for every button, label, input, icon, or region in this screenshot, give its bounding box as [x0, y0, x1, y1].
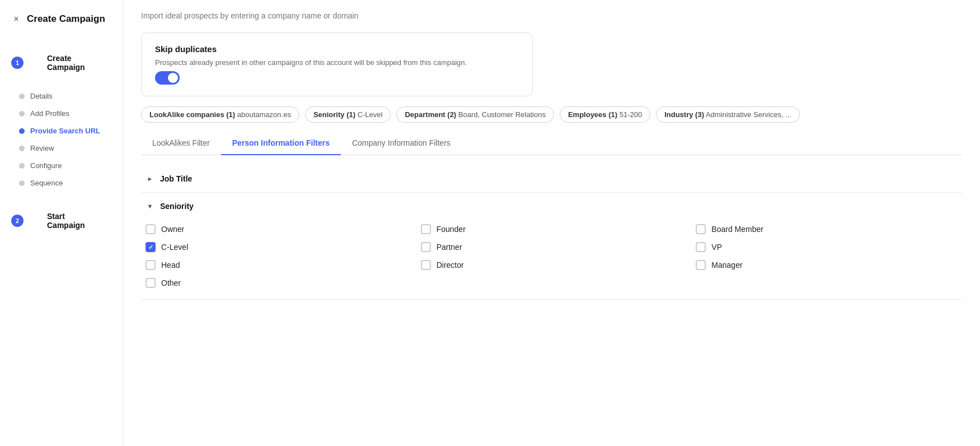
checkbox-item-c-level[interactable]: C-Level [146, 242, 407, 252]
chip-industry[interactable]: Industry (3) Administrative Services, ..… [656, 106, 800, 123]
sidebar-item-review[interactable]: Review [11, 140, 123, 157]
chip-employees-val: 51-200 [620, 110, 642, 119]
main-content: Import ideal prospects by entering a com… [123, 0, 980, 446]
checkbox-item-director[interactable]: Director [421, 260, 683, 270]
tab-person-information-filters[interactable]: Person Information Filters [221, 133, 341, 155]
chip-seniority[interactable]: Seniority (1) C-Level [305, 106, 391, 123]
step-dot-review [19, 146, 25, 151]
chip-employees-key: Employees (1) [568, 110, 617, 119]
sidebar-item-provide-search-url[interactable]: Provide Search URL [11, 122, 123, 140]
sidebar-item-label-provide-search-url: Provide Search URL [30, 127, 100, 135]
checkbox-label-head: Head [161, 261, 180, 270]
checkbox-manager[interactable] [696, 260, 706, 270]
sidebar-item-sequence[interactable]: Sequence [11, 174, 123, 192]
sidebar: × Create Campaign 1 Create Campaign Deta… [0, 0, 123, 446]
checkbox-founder[interactable] [421, 224, 431, 234]
accordion-seniority: ▼ Seniority Owner Founder Board Member [141, 193, 962, 300]
checkbox-label-other: Other [161, 278, 181, 287]
checkbox-board-member[interactable] [696, 224, 706, 234]
checkbox-head[interactable] [146, 260, 156, 270]
chip-industry-key: Industry (3) [664, 110, 704, 119]
sidebar-item-configure[interactable]: Configure [11, 157, 123, 174]
checkbox-c-level[interactable] [146, 242, 156, 252]
checkbox-label-manager: Manager [711, 261, 742, 270]
filter-tabs: LookAlikes Filter Person Information Fil… [141, 133, 962, 155]
checkbox-label-owner: Owner [161, 225, 184, 234]
checkbox-label-board-member: Board Member [711, 225, 763, 234]
step-dot-configure [19, 163, 25, 169]
checkbox-owner[interactable] [146, 224, 156, 234]
skip-duplicates-card: Skip duplicates Prospects already presen… [141, 32, 533, 96]
checkbox-partner[interactable] [421, 242, 431, 252]
chevron-down-icon: ▼ [146, 202, 154, 211]
step-2-label: Start Campaign [29, 201, 123, 241]
checkbox-other[interactable] [146, 278, 156, 288]
checkbox-director[interactable] [421, 260, 431, 270]
checkbox-item-manager[interactable]: Manager [696, 260, 958, 270]
checkbox-item-vp[interactable]: VP [696, 242, 958, 252]
sidebar-steps: 1 Create Campaign Details Add Profiles P… [0, 38, 123, 245]
step-dot-provide-search-url [19, 128, 25, 134]
sidebar-item-label-configure: Configure [30, 161, 62, 170]
accordion-job-title: ► Job Title [141, 165, 962, 193]
chevron-right-icon: ► [146, 174, 154, 183]
checkbox-label-vp: VP [711, 243, 722, 252]
sidebar-item-label-review: Review [30, 144, 54, 152]
accordion-job-title-label: Job Title [160, 174, 192, 183]
accordion-seniority-label: Seniority [160, 202, 194, 211]
chip-industry-val: Administrative Services, ... [706, 110, 791, 119]
checkbox-label-founder: Founder [437, 225, 466, 234]
checkbox-label-director: Director [437, 261, 464, 270]
skip-duplicates-description: Prospects already present in other campa… [155, 58, 519, 67]
chip-department-val: Board, Customer Relations [458, 110, 546, 119]
main-subtitle: Import ideal prospects by entering a com… [141, 11, 962, 20]
skip-duplicates-toggle[interactable] [155, 71, 180, 85]
chip-seniority-key: Seniority (1) [313, 110, 355, 119]
sidebar-item-label-add-profiles: Add Profiles [30, 109, 69, 118]
sidebar-item-label-sequence: Sequence [30, 179, 63, 187]
step-1-number: 1 [11, 57, 24, 69]
checkbox-vp[interactable] [696, 242, 706, 252]
checkbox-item-owner[interactable]: Owner [146, 224, 407, 234]
checkbox-item-board-member[interactable]: Board Member [696, 224, 958, 234]
accordion-seniority-header[interactable]: ▼ Seniority [141, 193, 962, 220]
skip-duplicates-title: Skip duplicates [155, 44, 519, 54]
chip-employees[interactable]: Employees (1) 51-200 [560, 106, 650, 123]
checkbox-item-partner[interactable]: Partner [421, 242, 683, 252]
chip-lookalike-companies[interactable]: LookAlike companies (1) aboutamazon.es [141, 106, 299, 123]
checkbox-item-founder[interactable]: Founder [421, 224, 683, 234]
step-dot-details [19, 94, 25, 99]
step-2-header[interactable]: 2 Start Campaign [11, 196, 123, 245]
chip-seniority-val: C-Level [358, 110, 383, 119]
chip-lookalike-val: aboutamazon.es [237, 110, 291, 119]
step-1-header[interactable]: 1 Create Campaign [11, 38, 123, 87]
sidebar-item-details[interactable]: Details [11, 87, 123, 105]
checkbox-item-head[interactable]: Head [146, 260, 407, 270]
chip-department[interactable]: Department (2) Board, Customer Relations [396, 106, 554, 123]
chip-lookalike-key: LookAlike companies (1) [149, 110, 235, 119]
seniority-checkbox-grid: Owner Founder Board Member C-Level Partn [141, 220, 962, 299]
step-dot-add-profiles [19, 111, 25, 117]
sidebar-item-add-profiles[interactable]: Add Profiles [11, 105, 123, 122]
filter-content-area: ► Job Title ▼ Seniority Owner Founder [141, 165, 962, 435]
sidebar-title: Create Campaign [27, 13, 105, 25]
sidebar-item-label-details: Details [30, 92, 53, 100]
accordion-job-title-header[interactable]: ► Job Title [141, 165, 962, 192]
tab-company-information-filters[interactable]: Company Information Filters [341, 133, 462, 155]
close-icon[interactable]: × [11, 14, 21, 24]
step-1-label: Create Campaign [29, 43, 123, 83]
tab-lookalikes-filter[interactable]: LookAlikes Filter [141, 133, 221, 155]
step-2-number: 2 [11, 215, 24, 227]
checkbox-label-partner: Partner [437, 243, 462, 252]
filter-chips: LookAlike companies (1) aboutamazon.es S… [141, 106, 962, 123]
checkbox-label-c-level: C-Level [161, 243, 188, 252]
step-dot-sequence [19, 180, 25, 186]
chip-department-key: Department (2) [405, 110, 456, 119]
sidebar-header: × Create Campaign [0, 13, 123, 38]
checkbox-item-other[interactable]: Other [146, 278, 407, 288]
